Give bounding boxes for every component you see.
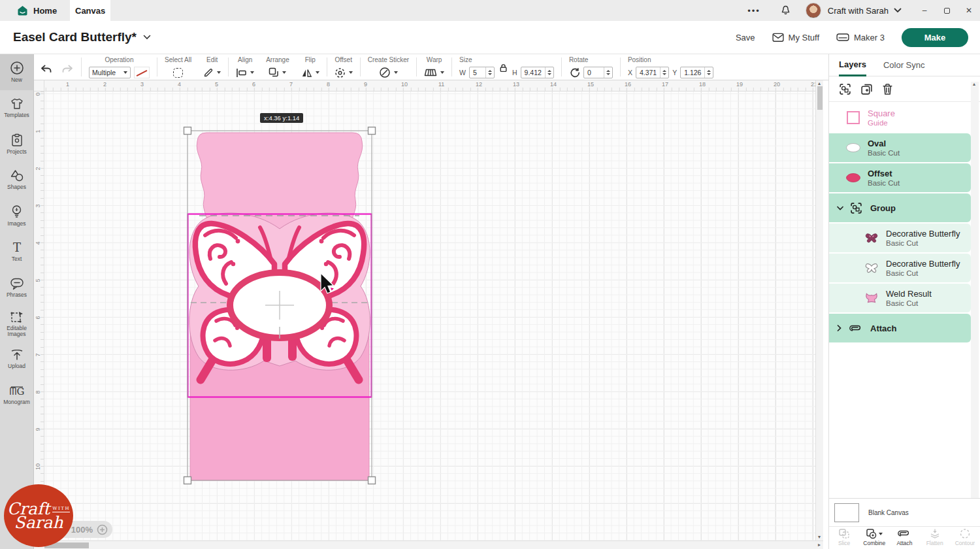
sidebar-item-images[interactable]: Images xyxy=(0,198,33,234)
images-lightbulb-icon xyxy=(11,205,22,219)
width-stepper[interactable] xyxy=(485,67,494,78)
arrange-label: Arrange xyxy=(266,56,289,64)
ruler-number: 0 xyxy=(35,91,41,97)
group-layers-icon[interactable] xyxy=(839,83,851,95)
title-chevron-down-icon[interactable] xyxy=(143,35,151,40)
create-sticker-label: Create Sticker xyxy=(368,56,409,64)
size-label: Size xyxy=(459,56,472,64)
butterfly-outline-icon xyxy=(863,262,880,274)
chevron-down-icon[interactable] xyxy=(837,206,845,210)
x-input[interactable]: 4.371 xyxy=(636,67,669,78)
selection-handle xyxy=(368,127,376,135)
sidebar-item-editable-images[interactable]: Editable Images xyxy=(0,306,33,342)
warp-icon[interactable] xyxy=(424,68,437,77)
layer-row-square-guide[interactable]: Square Guide xyxy=(829,103,971,132)
sidebar-item-new[interactable]: New xyxy=(0,54,33,90)
offset-icon[interactable] xyxy=(335,67,346,78)
height-stepper[interactable] xyxy=(545,67,553,78)
undo-icon[interactable] xyxy=(40,65,52,75)
edit-pencil-icon[interactable] xyxy=(203,67,214,78)
attach-button[interactable]: Attach xyxy=(889,528,919,546)
x-stepper[interactable] xyxy=(660,67,668,78)
user-avatar[interactable] xyxy=(806,3,821,18)
duplicate-layer-icon[interactable] xyxy=(860,83,873,95)
align-icon[interactable] xyxy=(236,68,247,78)
notifications-bell-icon[interactable] xyxy=(771,5,800,16)
sidebar-item-text[interactable]: T Text xyxy=(0,234,33,270)
linetype-color-swatch[interactable] xyxy=(134,67,150,78)
height-input[interactable]: 9.412 xyxy=(521,67,554,78)
chevron-right-icon[interactable] xyxy=(837,325,845,331)
sidebar-item-projects[interactable]: Projects xyxy=(0,126,33,162)
ruler-number: 8 xyxy=(35,389,41,395)
ruler-number: 13 xyxy=(513,81,519,88)
layer-row-attach[interactable]: Attach xyxy=(829,314,971,342)
size-lock-icon[interactable] xyxy=(499,63,508,73)
canvas-horizontal-scrollbar[interactable]: ◂ ▸ xyxy=(34,541,823,549)
tab-canvas[interactable]: Canvas xyxy=(70,0,110,21)
svg-text:T: T xyxy=(12,241,20,254)
overflow-menu-button[interactable]: ••• xyxy=(737,6,771,16)
tab-color-sync[interactable]: Color Sync xyxy=(883,54,925,76)
operation-select[interactable]: Multiple xyxy=(89,67,131,78)
window-close-button[interactable]: ✕ xyxy=(958,0,980,21)
scroll-down-icon[interactable]: ▾ xyxy=(818,535,821,540)
scroll-up-icon[interactable]: ▴ xyxy=(818,81,821,86)
select-all-icon[interactable] xyxy=(173,68,183,78)
blank-canvas-row[interactable]: Blank Canvas xyxy=(829,498,980,526)
craft-with-sarah-logo: Craft WITH Sarah xyxy=(4,484,73,547)
layer-row-offset[interactable]: Offset Basic Cut xyxy=(829,163,971,192)
width-input[interactable]: 5 xyxy=(469,67,495,78)
layer-row-decorative-butterfly-1[interactable]: Decorative Butterfly Basic Cut xyxy=(829,224,971,252)
home-button[interactable]: Home xyxy=(0,0,70,21)
blank-canvas-swatch[interactable] xyxy=(834,503,859,522)
y-stepper[interactable] xyxy=(704,67,713,78)
layer-row-weld-result[interactable]: Weld Result Basic Cut xyxy=(829,284,971,312)
scroll-right-icon[interactable]: ▸ xyxy=(818,542,821,548)
layer-row-decorative-butterfly-2[interactable]: Decorative Butterfly Basic Cut xyxy=(829,254,971,282)
canvas-viewport[interactable]: 123456789101112131415161718192021 012345… xyxy=(34,80,815,541)
slice-button: Slice xyxy=(829,528,859,546)
layers-scrollbar[interactable]: ▴ ▾ xyxy=(971,82,979,518)
sidebar-item-monogram[interactable]: ᗰG Monogram xyxy=(0,378,33,414)
rotate-icon[interactable] xyxy=(569,67,580,78)
coordinate-tooltip: x:4.36 y:1.14 xyxy=(260,113,303,123)
window-maximize-button[interactable] xyxy=(936,0,958,21)
chevron-down-icon[interactable] xyxy=(217,71,221,74)
sidebar-item-phrases[interactable]: Phrases xyxy=(0,270,33,306)
my-stuff-button[interactable]: My Stuff xyxy=(772,33,819,42)
upload-icon xyxy=(10,350,24,361)
canvas-vertical-scrollbar[interactable]: ▴ ▾ xyxy=(815,80,823,541)
sidebar-item-shapes[interactable]: Shapes xyxy=(0,162,33,198)
combine-button[interactable]: Combine xyxy=(859,528,889,546)
v-scroll-thumb[interactable] xyxy=(817,86,823,110)
rotate-stepper[interactable] xyxy=(604,67,612,78)
window-minimize-button[interactable]: – xyxy=(913,0,936,21)
sidebar-item-upload[interactable]: Upload xyxy=(0,342,33,378)
select-all-label: Select All xyxy=(165,56,191,64)
machine-select-button[interactable]: Maker 3 xyxy=(836,33,885,42)
make-button[interactable]: Make xyxy=(902,28,968,47)
account-chevron-down-icon[interactable] xyxy=(894,8,902,13)
ruler-number: 2 xyxy=(35,165,41,172)
arrange-icon[interactable] xyxy=(269,67,279,78)
design-artwork[interactable] xyxy=(44,92,815,541)
height-label: H xyxy=(512,69,517,76)
layer-row-oval[interactable]: Oval Basic Cut xyxy=(829,133,971,162)
ruler-number: 17 xyxy=(662,81,668,88)
tab-layers[interactable]: Layers xyxy=(839,54,866,76)
scroll-up-icon[interactable]: ▴ xyxy=(973,82,975,87)
logo-word-with: WITH xyxy=(52,506,70,512)
zoom-in-icon[interactable] xyxy=(97,524,108,535)
sidebar-item-templates[interactable]: Templates xyxy=(0,90,33,126)
create-sticker-icon[interactable] xyxy=(379,67,391,78)
flip-icon[interactable] xyxy=(301,68,312,78)
y-input[interactable]: 1.126 xyxy=(680,67,713,78)
redo-icon[interactable] xyxy=(61,65,74,75)
rotate-input[interactable]: 0 xyxy=(583,67,613,78)
delete-layer-icon[interactable] xyxy=(882,83,893,95)
x-label: X xyxy=(628,69,632,76)
layer-row-group[interactable]: Group xyxy=(829,193,971,222)
save-button[interactable]: Save xyxy=(736,33,755,42)
project-header: Easel Card Butterfly* Save My Stuff Make… xyxy=(0,21,980,54)
